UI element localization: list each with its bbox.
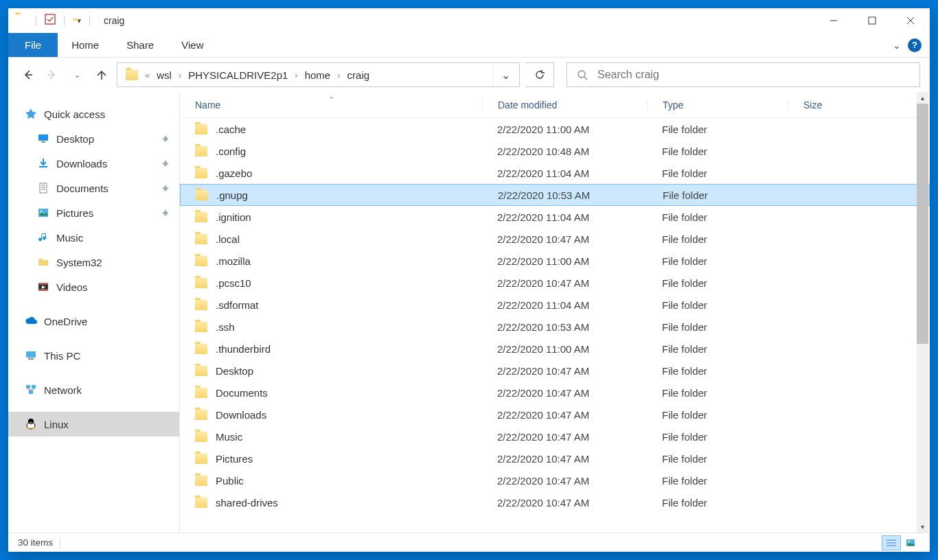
close-button[interactable] <box>891 8 930 33</box>
nav-back[interactable] <box>18 65 37 84</box>
file-type: File folder <box>647 299 788 311</box>
ribbon-collapse-icon[interactable]: ⌄ <box>893 40 901 51</box>
file-view: ⌃ Name Date modified Type Size .cache2/2… <box>180 92 930 533</box>
file-row[interactable]: Desktop2/22/2020 10:47 AMFile folder <box>180 360 930 382</box>
properties-icon[interactable] <box>45 14 56 27</box>
chevron-right-icon[interactable]: › <box>292 70 300 80</box>
svg-rect-21 <box>38 290 48 292</box>
nav-history-dropdown[interactable]: ⌄ <box>67 65 87 84</box>
chevron-right-icon[interactable]: › <box>176 70 184 80</box>
titlebar[interactable]: ▾ craig <box>8 8 930 33</box>
sidebar-item-label: Linux <box>44 419 69 430</box>
file-row[interactable]: .gazebo2/22/2020 11:04 AMFile folder <box>180 162 930 184</box>
sidebar-item-pictures[interactable]: Pictures <box>8 200 179 225</box>
minimize-button[interactable] <box>814 8 853 33</box>
navbar: ⌄ « wsl › PHYSICALDRIVE2p1 › home › crai… <box>8 58 930 92</box>
file-type: File folder <box>647 124 788 135</box>
column-header-date[interactable]: Date modified <box>482 100 647 110</box>
file-row[interactable]: .config2/22/2020 10:48 AMFile folder <box>180 140 930 162</box>
navigation-pane[interactable]: Quick access DesktopDownloadsDocumentsPi… <box>8 92 180 533</box>
scrollbar-thumb[interactable] <box>917 104 928 344</box>
sidebar-quick-access[interactable]: Quick access <box>8 102 179 126</box>
file-row[interactable]: .cache2/22/2020 11:00 AMFile folder <box>180 118 930 140</box>
refresh-button[interactable] <box>525 62 554 87</box>
file-row[interactable]: Public2/22/2020 10:47 AMFile folder <box>180 469 930 491</box>
sidebar-linux[interactable]: Linux <box>8 412 179 436</box>
file-row[interactable]: .thunderbird2/22/2020 11:00 AMFile folde… <box>180 338 930 360</box>
chevron-right-icon[interactable]: › <box>334 70 343 80</box>
sidebar-item-documents[interactable]: Documents <box>8 176 179 200</box>
file-row[interactable]: .local2/22/2020 10:47 AMFile folder <box>180 228 930 250</box>
file-row[interactable]: Documents2/22/2020 10:47 AMFile folder <box>180 382 930 404</box>
search-box[interactable] <box>567 62 920 87</box>
breadcrumb-dropdown[interactable]: ⌄ <box>493 63 518 86</box>
videos-icon <box>37 281 49 293</box>
scroll-up-icon[interactable]: ▴ <box>917 92 928 104</box>
svg-rect-13 <box>40 183 47 193</box>
file-name: .config <box>216 145 246 157</box>
file-name: .gnupg <box>216 189 248 201</box>
file-date: 2/22/2020 10:47 AM <box>482 453 647 465</box>
titlebar-quick-access: ▾ craig <box>8 14 124 27</box>
sidebar-item-music[interactable]: Music <box>8 225 179 250</box>
scrollbar[interactable]: ▴ ▾ <box>917 92 928 533</box>
dropdown-icon[interactable]: ▾ <box>77 16 81 25</box>
view-details-button[interactable] <box>882 535 901 550</box>
column-header-name[interactable]: ⌃ Name <box>180 100 482 110</box>
breadcrumb[interactable]: « wsl › PHYSICALDRIVE2p1 › home › craig … <box>117 62 520 87</box>
tab-home[interactable]: Home <box>58 33 113 57</box>
tab-file[interactable]: File <box>8 33 58 57</box>
file-row[interactable]: .gnupg2/22/2020 10:53 AMFile folder <box>180 184 930 206</box>
sidebar-item-videos[interactable]: Videos <box>8 275 179 299</box>
search-input[interactable] <box>597 69 910 81</box>
column-header-type[interactable]: Type <box>647 100 788 110</box>
sidebar-item-downloads[interactable]: Downloads <box>8 151 179 176</box>
file-row[interactable]: .ignition2/22/2020 11:04 AMFile folder <box>180 206 930 228</box>
breadcrumb-root-icon[interactable] <box>122 63 142 86</box>
svg-line-9 <box>584 77 587 80</box>
column-header-size[interactable]: Size <box>788 100 884 110</box>
maximize-button[interactable] <box>853 8 891 33</box>
file-list[interactable]: .cache2/22/2020 11:00 AMFile folder.conf… <box>180 118 930 533</box>
file-date: 2/22/2020 11:00 AM <box>482 124 647 135</box>
sidebar-item-system32[interactable]: System32 <box>8 250 179 275</box>
file-row[interactable]: Music2/22/2020 10:47 AMFile folder <box>180 425 930 447</box>
folder-icon <box>195 278 207 288</box>
folder-icon <box>15 14 27 27</box>
file-date: 2/22/2020 10:47 AM <box>482 233 647 245</box>
sidebar-onedrive[interactable]: OneDrive <box>8 309 179 334</box>
file-row[interactable]: .pcsc102/22/2020 10:47 AMFile folder <box>180 272 930 294</box>
file-date: 2/22/2020 10:47 AM <box>482 431 647 443</box>
breadcrumb-segment[interactable]: craig <box>343 63 374 86</box>
file-row[interactable]: Downloads2/22/2020 10:47 AMFile folder <box>180 404 930 425</box>
breadcrumb-prefix[interactable]: « <box>142 70 152 80</box>
breadcrumb-segment[interactable]: home <box>301 63 335 86</box>
breadcrumb-segment[interactable]: PHYSICALDRIVE2p1 <box>184 63 292 86</box>
nav-forward[interactable] <box>43 65 62 84</box>
file-type: File folder <box>647 409 788 421</box>
pin-icon <box>161 133 170 145</box>
file-name: .cache <box>216 124 246 135</box>
svg-rect-17 <box>38 209 48 217</box>
file-row[interactable]: .mozilla2/22/2020 11:00 AMFile folder <box>180 250 930 272</box>
folder-icon <box>195 366 207 376</box>
sidebar-network[interactable]: Network <box>8 377 179 402</box>
svg-point-29 <box>30 422 32 423</box>
file-date: 2/22/2020 11:04 AM <box>482 299 647 311</box>
sidebar-this-pc[interactable]: This PC <box>8 343 179 368</box>
view-thumbnails-button[interactable] <box>901 535 920 550</box>
file-row[interactable]: Pictures2/22/2020 10:47 AMFile folder <box>180 447 930 469</box>
file-row[interactable]: .ssh2/22/2020 10:53 AMFile folder <box>180 316 930 338</box>
file-row[interactable]: shared-drives2/22/2020 10:47 AMFile fold… <box>180 491 930 513</box>
file-row[interactable]: .sdformat2/22/2020 11:04 AMFile folder <box>180 294 930 316</box>
sidebar-item-desktop[interactable]: Desktop <box>8 126 179 151</box>
tab-view[interactable]: View <box>168 33 217 57</box>
tab-share[interactable]: Share <box>113 33 168 57</box>
scroll-down-icon[interactable]: ▾ <box>917 521 928 533</box>
tux-icon <box>25 418 37 430</box>
sidebar-item-label: OneDrive <box>44 316 87 327</box>
nav-up[interactable] <box>92 65 111 84</box>
help-icon[interactable]: ? <box>908 38 922 52</box>
breadcrumb-segment[interactable]: wsl <box>152 63 176 86</box>
ribbon-tabs: File Home Share View ⌄ ? <box>8 33 930 58</box>
